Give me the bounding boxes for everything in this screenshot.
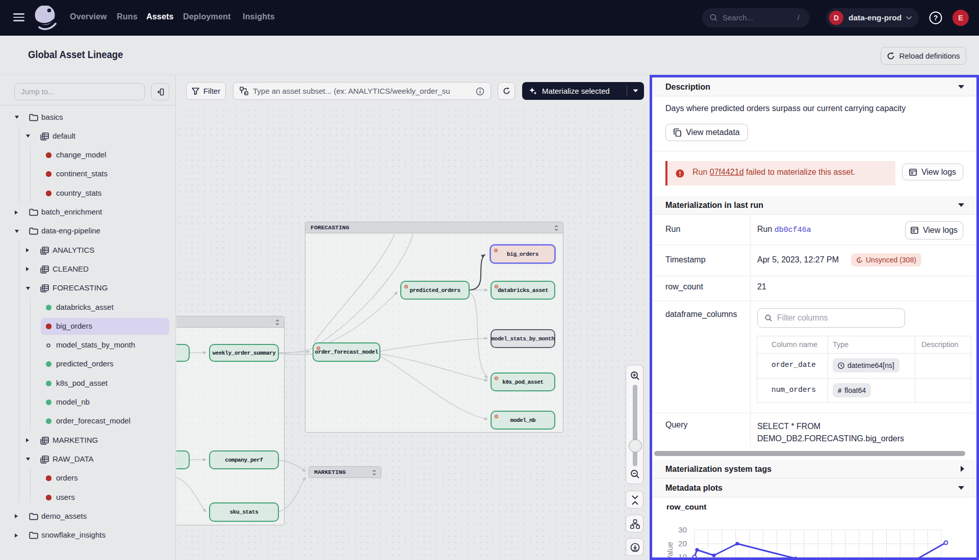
svg-text:30: 30: [678, 525, 687, 534]
svg-text:10: 10: [678, 552, 687, 557]
svg-text:?: ?: [934, 14, 938, 22]
svg-text:Value: Value: [665, 542, 674, 557]
svg-text:20: 20: [678, 539, 687, 548]
